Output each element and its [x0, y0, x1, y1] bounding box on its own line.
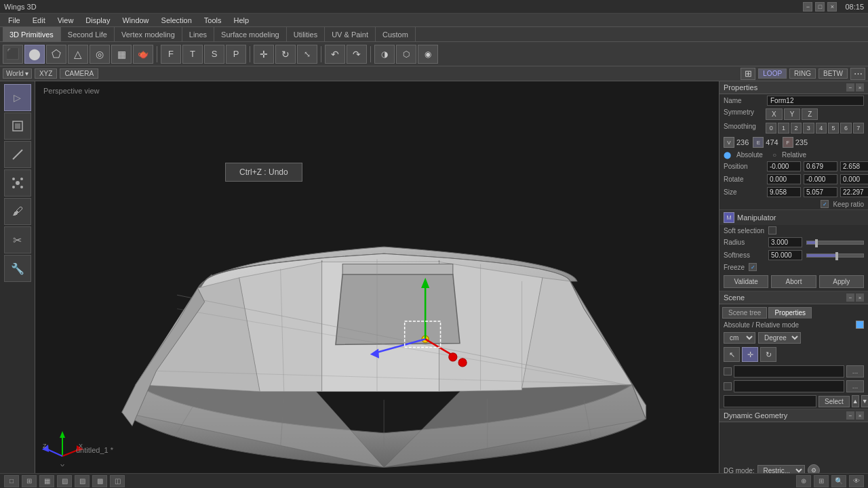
tool-sphere[interactable]: ⬤	[24, 45, 45, 64]
rot-y-input[interactable]	[804, 174, 837, 184]
status-quad-view[interactable]: ⊞	[22, 475, 37, 487]
tab-custom[interactable]: Custom	[376, 27, 416, 42]
tool-smooth-shade[interactable]: ◉	[418, 45, 438, 64]
sym-x-btn[interactable]: X	[766, 108, 783, 120]
abs-rel-checkbox[interactable]	[856, 321, 864, 329]
tool-move[interactable]: ✛	[254, 45, 274, 64]
menu-help[interactable]: Help	[229, 15, 255, 26]
tool-scale[interactable]: ⤡	[297, 45, 317, 64]
radius-input[interactable]	[768, 237, 802, 247]
scene-input-btn-2[interactable]: …	[846, 380, 864, 392]
window-controls[interactable]: − □ × 08:15	[803, 2, 864, 12]
tab-second-life[interactable]: Second Life	[61, 27, 115, 42]
tool-cylinder[interactable]: ⬠	[46, 45, 66, 64]
tool-undo[interactable]: ↶	[325, 45, 345, 64]
tool-rotate[interactable]: ↻	[275, 45, 296, 64]
tool-front[interactable]: F	[161, 45, 181, 64]
tool-material[interactable]: ◑	[374, 45, 395, 64]
freeze-checkbox[interactable]: ✓	[749, 263, 757, 271]
status-zoom[interactable]: 🔍	[831, 475, 846, 487]
abort-btn[interactable]: Abort	[771, 275, 816, 288]
tab-surface-modeling[interactable]: Surface modeling	[214, 27, 287, 42]
scene-input-btn-1[interactable]: …	[846, 365, 864, 378]
vertex-tool[interactable]	[4, 169, 31, 197]
dg-close[interactable]: ×	[856, 411, 864, 420]
select-arr-down[interactable]: ▼	[861, 395, 868, 407]
ring-btn[interactable]: RING	[789, 68, 816, 79]
status-view-3[interactable]: ▦	[39, 475, 54, 487]
pos-z-input[interactable]	[840, 161, 868, 171]
tool-cube[interactable]: ⬛	[3, 45, 23, 64]
menu-selection[interactable]: Selection	[156, 15, 197, 26]
smooth-7[interactable]: 7	[853, 123, 864, 134]
knife-tool[interactable]: ✂	[4, 226, 31, 253]
maximize-btn[interactable]: □	[815, 2, 825, 12]
softness-input[interactable]	[768, 250, 802, 260]
apply-btn[interactable]: Apply	[819, 275, 864, 288]
scene-close[interactable]: ×	[856, 293, 864, 302]
smooth-6[interactable]: 6	[840, 123, 851, 134]
tool-wire[interactable]: ⬡	[396, 45, 416, 64]
tab-scene-properties[interactable]: Properties	[768, 307, 812, 319]
loop-btn[interactable]: LOOP	[758, 68, 787, 79]
status-view-7[interactable]: ◫	[110, 475, 125, 487]
smooth-0[interactable]: 0	[766, 123, 776, 134]
pos-x-input[interactable]	[767, 161, 801, 171]
tab-vertex-modeling[interactable]: Vertex modeling	[115, 27, 182, 42]
keep-ratio-checkbox[interactable]: ✓	[821, 200, 829, 208]
smooth-1[interactable]: 1	[778, 123, 789, 134]
more-btn[interactable]: ⋯	[850, 68, 865, 80]
tab-uv-paint[interactable]: UV & Paint	[325, 27, 376, 42]
status-single-view[interactable]: □	[4, 475, 19, 487]
menu-window[interactable]: Window	[117, 15, 154, 26]
tool-top[interactable]: T	[182, 45, 203, 64]
soft-selection-checkbox[interactable]: □	[768, 226, 776, 235]
rot-z-input[interactable]	[840, 174, 868, 184]
smooth-4[interactable]: 4	[816, 123, 827, 134]
properties-pin[interactable]: −	[846, 83, 854, 92]
name-input[interactable]	[767, 96, 864, 106]
menu-edit[interactable]: Edit	[27, 15, 51, 26]
tool-redo[interactable]: ↷	[347, 45, 367, 64]
minimize-btn[interactable]: −	[803, 2, 812, 12]
edge-tool[interactable]	[4, 141, 31, 168]
select-input[interactable]	[724, 395, 816, 407]
unit-select[interactable]: cm m mm	[724, 332, 755, 344]
tool-cone[interactable]: △	[68, 45, 88, 64]
scene-input-2[interactable]	[734, 380, 844, 392]
menu-view[interactable]: View	[52, 15, 79, 26]
tab-utilities[interactable]: Utilities	[287, 27, 325, 42]
rot-x-input[interactable]	[767, 174, 801, 184]
select-button[interactable]: Select	[818, 396, 850, 407]
size-x-input[interactable]	[767, 187, 801, 197]
sym-z-btn[interactable]: Z	[802, 108, 818, 120]
magnet-tool[interactable]: 🔧	[4, 255, 31, 282]
scene-rotate-btn[interactable]: ↻	[760, 347, 776, 362]
menu-tools[interactable]: Tools	[199, 15, 227, 26]
smooth-2[interactable]: 2	[791, 123, 802, 134]
tool-side[interactable]: S	[204, 45, 224, 64]
snap-btn[interactable]: ⊞	[741, 68, 755, 80]
world-dropdown-icon[interactable]: ▾	[25, 70, 28, 77]
radius-slider[interactable]	[806, 241, 864, 245]
scene-check-2[interactable]	[724, 382, 732, 390]
tool-persp[interactable]: P	[226, 45, 246, 64]
menu-display[interactable]: Display	[80, 15, 115, 26]
dg-pin[interactable]: −	[846, 411, 854, 420]
size-y-input[interactable]	[804, 187, 837, 197]
status-view-5[interactable]: ▨	[75, 475, 90, 487]
softness-slider[interactable]	[806, 253, 864, 258]
betw-btn[interactable]: BETW	[818, 68, 848, 79]
scene-move-btn[interactable]: ✛	[742, 347, 758, 362]
viewport[interactable]: Perspective view Ctrl+Z : Undo	[35, 81, 719, 488]
angle-select[interactable]: Degree Radian	[758, 332, 801, 344]
status-view-6[interactable]: ▩	[92, 475, 107, 487]
properties-close[interactable]: ×	[856, 83, 864, 92]
smooth-3[interactable]: 3	[803, 123, 814, 134]
tab-3d-primitives[interactable]: 3D Primitives	[3, 27, 61, 42]
tab-scene-tree[interactable]: Scene tree	[722, 307, 767, 319]
tool-torus[interactable]: ◎	[90, 45, 110, 64]
scene-input-1[interactable]	[734, 365, 844, 378]
smooth-5[interactable]: 5	[828, 123, 839, 134]
select-tool[interactable]: ▷	[4, 84, 31, 111]
